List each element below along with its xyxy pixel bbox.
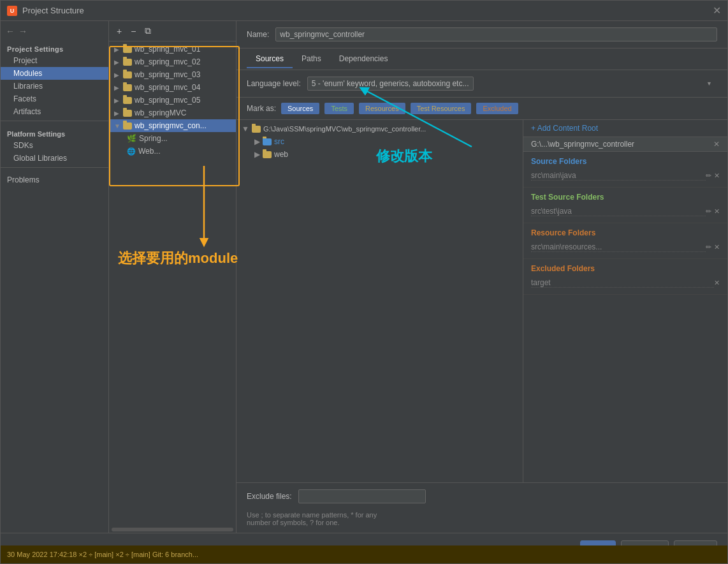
- tree-item-src-label: src: [274, 137, 284, 146]
- detail-panel: Name: Sources Paths Dependencies Languag…: [237, 21, 727, 533]
- expand-arrow-expanded: ▼: [114, 122, 120, 130]
- tabs-bar: Sources Paths Dependencies: [237, 48, 727, 70]
- resource-folders-title: Resource Folders: [531, 228, 720, 237]
- sidebar-item-project[interactable]: Project: [1, 54, 108, 67]
- folder-open-icon: [123, 121, 132, 130]
- excluded-folders-section: Excluded Folders target ✕: [523, 259, 727, 295]
- list-item[interactable]: 🌐 Web...: [109, 145, 236, 158]
- source-folders-section: Source Folders src\main\java ✏ ✕: [523, 152, 727, 188]
- sidebar: ← → Project Settings Project Modules Lib…: [1, 21, 109, 533]
- list-item[interactable]: ▶ wb_spring_mvc_01: [109, 43, 236, 56]
- expand-arrow: ▼: [242, 124, 249, 133]
- expand-arrow: ▶: [114, 71, 120, 78]
- list-item[interactable]: ▶ wb_spring_mvc_05: [109, 94, 236, 107]
- mark-resources-button[interactable]: Resources: [359, 103, 405, 114]
- list-item[interactable]: ▶ wb_springMVC: [109, 107, 236, 119]
- copy-module-button[interactable]: ⧉: [142, 24, 154, 38]
- lang-level-select[interactable]: 5 - 'enum' keyword, generics, autoboxing…: [307, 77, 474, 91]
- project-structure-dialog: U Project Structure ✕ ← → Project Settin…: [0, 0, 728, 564]
- folder-icon: [252, 124, 261, 133]
- mark-testres-button[interactable]: Test Resources: [411, 103, 472, 114]
- sidebar-item-global-libraries[interactable]: Global Libraries: [1, 152, 108, 165]
- status-bar-text: 30 May 2022 17:42:18 ×2 ÷ [main] ×2 ÷ [m…: [7, 551, 198, 558]
- close-button[interactable]: ✕: [713, 6, 721, 16]
- app-icon: U: [7, 6, 17, 16]
- sidebar-item-artifacts[interactable]: Artifacts: [1, 105, 108, 118]
- name-input[interactable]: [275, 27, 717, 41]
- test-source-folders-section: Test Source Folders src\test\java ✏ ✕: [523, 188, 727, 223]
- tab-sources[interactable]: Sources: [247, 50, 293, 68]
- sidebar-item-modules[interactable]: Modules: [1, 67, 108, 80]
- tree-root-item[interactable]: ▼ G:\Java\SSM\springMVC\wb_springmvc_con…: [237, 122, 523, 135]
- folder-icon: [123, 70, 132, 79]
- tab-dependencies[interactable]: Dependencies: [330, 50, 397, 68]
- platform-settings-label: Platform Settings: [1, 124, 108, 139]
- excluded-folders-title: Excluded Folders: [531, 264, 720, 273]
- tree-root-path: G:\Java\SSM\springMVC\wb_springmvc_contr…: [263, 125, 426, 133]
- mark-as-row: Mark as: Sources Tests Resources Test Re…: [237, 98, 727, 120]
- add-content-root-button[interactable]: + Add Content Root: [531, 124, 598, 133]
- sidebar-item-problems[interactable]: Problems: [1, 170, 108, 186]
- tab-paths[interactable]: Paths: [293, 50, 330, 68]
- sidebar-item-facets[interactable]: Facets: [1, 93, 108, 105]
- forward-button[interactable]: →: [18, 26, 27, 36]
- exclude-files-row: Exclude files:: [237, 482, 727, 510]
- folder-icon: [123, 108, 132, 117]
- resource-folder-entry: src\main\resources... ✏ ✕: [531, 241, 720, 253]
- content-area: ← → Project Settings Project Modules Lib…: [1, 21, 727, 533]
- remove-module-button[interactable]: −: [128, 25, 138, 38]
- status-bar: 30 May 2022 17:42:18 ×2 ÷ [main] ×2 ÷ [m…: [1, 545, 727, 563]
- tree-item-web[interactable]: ▶ web: [237, 148, 523, 161]
- mark-sources-button[interactable]: Sources: [281, 103, 319, 114]
- lang-level-label: Language level:: [247, 79, 301, 88]
- expand-arrow: ▶: [114, 46, 120, 53]
- test-source-folder-actions: ✏ ✕: [706, 207, 720, 216]
- edit-source-folder-button[interactable]: ✏: [706, 172, 711, 180]
- folder-icon: [123, 45, 132, 54]
- folder-icon: [123, 83, 132, 92]
- name-label: Name:: [247, 30, 269, 39]
- list-item[interactable]: ▶ wb_spring_mvc_03: [109, 68, 236, 81]
- expand-arrow: ▶: [254, 150, 260, 159]
- source-folder-path: src\main\java: [531, 171, 706, 181]
- add-module-button[interactable]: +: [114, 25, 124, 38]
- remove-excluded-folder-button[interactable]: ✕: [714, 279, 720, 287]
- expand-arrow: ▶: [114, 84, 120, 91]
- name-row: Name:: [237, 21, 727, 48]
- folder-icon: [123, 57, 132, 66]
- mark-excluded-button[interactable]: Excluded: [476, 103, 518, 114]
- spring-icon: 🌿: [127, 134, 136, 143]
- list-item-selected[interactable]: ▼ wb_springmvc_con...: [109, 119, 236, 132]
- folder-path-close-button[interactable]: ✕: [713, 140, 720, 149]
- remove-source-folder-button[interactable]: ✕: [714, 172, 720, 180]
- project-settings-label: Project Settings: [1, 41, 108, 54]
- sidebar-item-libraries[interactable]: Libraries: [1, 80, 108, 93]
- list-item[interactable]: ▶ wb_spring_mvc_04: [109, 81, 236, 94]
- excluded-folder-entry: target ✕: [531, 277, 720, 289]
- folder-panel: + Add Content Root G:\...\wb_springmvc_c…: [523, 120, 727, 482]
- excluded-folder-actions: ✕: [714, 279, 720, 287]
- module-scrollbar[interactable]: [112, 528, 233, 531]
- test-source-folders-title: Test Source Folders: [531, 193, 720, 202]
- folder-path-text: G:\...\wb_springmvc_controller: [531, 140, 634, 149]
- edit-test-source-folder-button[interactable]: ✏: [706, 207, 711, 216]
- list-item[interactable]: 🌿 Spring...: [109, 132, 236, 145]
- tree-panel: ▼ G:\Java\SSM\springMVC\wb_springmvc_con…: [237, 120, 523, 482]
- source-folder-entry: src\main\java ✏ ✕: [531, 170, 720, 182]
- list-item[interactable]: ▶ wb_spring_mvc_02: [109, 56, 236, 68]
- test-source-folder-path: src\test\java: [531, 207, 706, 216]
- folder-header: + Add Content Root: [523, 120, 727, 137]
- resource-folders-section: Resource Folders src\main\resources... ✏…: [523, 223, 727, 259]
- tree-item-src[interactable]: ▶ src: [237, 135, 523, 148]
- exclude-files-input[interactable]: [298, 489, 426, 503]
- sidebar-item-sdks[interactable]: SDKs: [1, 139, 108, 152]
- back-button[interactable]: ←: [6, 26, 15, 36]
- edit-resource-folder-button[interactable]: ✏: [706, 243, 711, 251]
- lang-select-wrapper: 5 - 'enum' keyword, generics, autoboxing…: [307, 77, 717, 91]
- remove-resource-folder-button[interactable]: ✕: [714, 243, 720, 251]
- remove-test-source-folder-button[interactable]: ✕: [714, 207, 720, 216]
- window-title: Project Structure: [22, 6, 84, 15]
- exclude-files-hint: Use ; to separate name patterns, * for a…: [237, 510, 727, 533]
- module-list: ▶ wb_spring_mvc_01 ▶ wb_spring_mvc_02 ▶: [109, 41, 236, 526]
- mark-tests-button[interactable]: Tests: [324, 103, 354, 114]
